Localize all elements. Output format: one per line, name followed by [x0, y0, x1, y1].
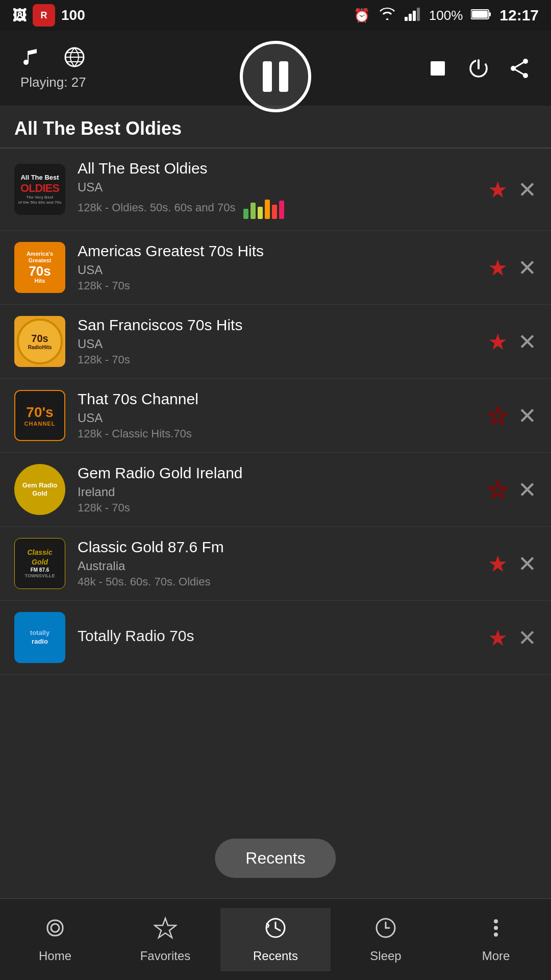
svg-point-25: [494, 926, 498, 930]
nav-label-home: Home: [39, 949, 71, 963]
station-info: Americas Greatest 70s Hits USA 128k - 70…: [78, 242, 475, 292]
remove-button[interactable]: ✕: [518, 403, 537, 429]
svg-point-24: [494, 919, 498, 923]
svg-marker-21: [155, 918, 176, 938]
station-actions: ★ ✕: [488, 551, 537, 577]
svg-rect-20: [51, 924, 59, 932]
svg-rect-19: [47, 920, 63, 936]
station-info: Classic Gold 87.6 Fm Australia 48k - 50s…: [78, 538, 475, 589]
station-name: Totally Radio 70s: [78, 627, 475, 645]
svg-rect-0: [405, 17, 408, 21]
station-bitrate: 128k - Classic Hits.70s: [78, 427, 475, 440]
nav-item-favorites[interactable]: Favorites: [110, 908, 220, 971]
station-logo: America's Greatest 70s Hits: [14, 242, 65, 293]
player-header: Playing: 27: [0, 31, 551, 106]
station-actions: ★ ✕: [488, 329, 537, 355]
favorite-button[interactable]: ★: [488, 625, 508, 651]
station-item[interactable]: All The Best OLDIES The Very Bestof the …: [0, 149, 551, 231]
station-logo: All The Best OLDIES The Very Bestof the …: [14, 164, 65, 215]
station-item[interactable]: Classic Gold FM 87.6 TOWNSVILLE Classic …: [0, 527, 551, 601]
nav-item-more[interactable]: More: [441, 908, 551, 971]
favorite-button[interactable]: ★: [488, 329, 508, 355]
svg-point-26: [494, 933, 498, 937]
favorite-button[interactable]: ★: [488, 177, 508, 203]
station-logo: 70s RadioHits: [14, 316, 65, 367]
home-icon: [43, 916, 67, 945]
station-item[interactable]: 70s RadioHits San Franciscos 70s Hits US…: [0, 305, 551, 379]
remove-button[interactable]: ✕: [518, 551, 537, 577]
remove-button[interactable]: ✕: [518, 177, 537, 203]
nav-item-sleep[interactable]: Sleep: [331, 908, 441, 971]
station-name: That 70s Channel: [78, 390, 475, 408]
notification-count: 100: [61, 7, 85, 23]
nav-label-recents: Recents: [253, 949, 298, 963]
station-country: USA: [78, 411, 475, 425]
playing-label: Playing: 27: [20, 75, 86, 90]
station-item[interactable]: America's Greatest 70s Hits Americas Gre…: [0, 231, 551, 305]
station-item[interactable]: totally radio Totally Radio 70s ★ ✕: [0, 601, 551, 675]
wifi-icon: [378, 7, 396, 24]
pause-button[interactable]: [240, 41, 311, 112]
station-logo: Classic Gold FM 87.6 TOWNSVILLE: [14, 538, 65, 589]
station-name: All The Best Oldies: [78, 160, 475, 177]
share-button[interactable]: [508, 57, 531, 80]
favorite-button[interactable]: ★: [488, 403, 508, 429]
svg-rect-3: [417, 8, 420, 21]
signal-icon: [405, 7, 421, 24]
status-right: ⏰ 100% 12:17: [354, 7, 539, 24]
station-country: Ireland: [78, 485, 475, 499]
clock-icon: [374, 916, 397, 945]
station-actions: ★ ✕: [488, 255, 537, 281]
history-icon: [264, 916, 287, 945]
player-left-controls: Playing: 27: [20, 46, 86, 90]
bottom-nav: Home Favorites Recents: [0, 898, 551, 980]
nav-item-recents[interactable]: Recents: [220, 908, 331, 971]
station-name: Classic Gold 87.6 Fm: [78, 538, 475, 556]
station-name: Americas Greatest 70s Hits: [78, 242, 475, 260]
station-name: Gem Radio Gold Ireland: [78, 464, 475, 482]
svg-rect-1: [409, 14, 412, 21]
favorite-button[interactable]: ★: [488, 477, 508, 503]
status-left: 🖼 R 100: [12, 4, 85, 27]
svg-rect-6: [472, 11, 488, 18]
favorite-button[interactable]: ★: [488, 255, 508, 281]
music-note-button[interactable]: [20, 46, 43, 68]
remove-button[interactable]: ✕: [518, 625, 537, 651]
remove-button[interactable]: ✕: [518, 255, 537, 281]
station-actions: ★ ✕: [488, 625, 537, 651]
nav-label-sleep: Sleep: [370, 949, 401, 963]
svg-line-17: [513, 61, 525, 68]
station-item[interactable]: Gem Radio Gold Gem Radio Gold Ireland Ir…: [0, 453, 551, 527]
player-right-controls: [427, 57, 531, 80]
pause-icon: [263, 61, 288, 92]
globe-button[interactable]: [63, 46, 86, 68]
station-info: San Franciscos 70s Hits USA 128k - 70s: [78, 316, 475, 366]
stop-button[interactable]: [427, 57, 449, 80]
station-item[interactable]: 70's CHANNEL That 70s Channel USA 128k -…: [0, 379, 551, 453]
station-info: Totally Radio 70s: [78, 627, 475, 648]
star-icon: [154, 916, 177, 945]
station-country: USA: [78, 180, 475, 194]
station-info: All The Best Oldies USA 128k - Oldies. 5…: [78, 160, 475, 219]
station-logo: Gem Radio Gold: [14, 464, 65, 515]
favorite-button[interactable]: ★: [488, 551, 508, 577]
station-bitrate: 48k - 50s. 60s. 70s. Oldies: [78, 575, 475, 589]
station-actions: ★ ✕: [488, 477, 537, 503]
station-country: USA: [78, 337, 475, 351]
time-display: 12:17: [499, 7, 539, 24]
station-logo: 70's CHANNEL: [14, 390, 65, 441]
power-button[interactable]: [467, 57, 490, 80]
svg-rect-11: [431, 61, 445, 76]
battery-level: 100%: [429, 8, 463, 23]
station-info: Gem Radio Gold Ireland Ireland 128k - 70…: [78, 464, 475, 514]
equalizer: [243, 199, 284, 219]
station-bitrate: 128k - 70s: [78, 501, 475, 514]
remove-button[interactable]: ✕: [518, 477, 537, 503]
station-bitrate: 128k - Oldies. 50s. 60s and 70s: [78, 201, 235, 214]
remove-button[interactable]: ✕: [518, 329, 537, 355]
gallery-icon: 🖼: [12, 7, 27, 24]
app-notification-icon: R: [33, 4, 55, 27]
svg-rect-5: [489, 12, 491, 16]
svg-rect-2: [413, 11, 416, 21]
nav-item-home[interactable]: Home: [0, 908, 110, 971]
